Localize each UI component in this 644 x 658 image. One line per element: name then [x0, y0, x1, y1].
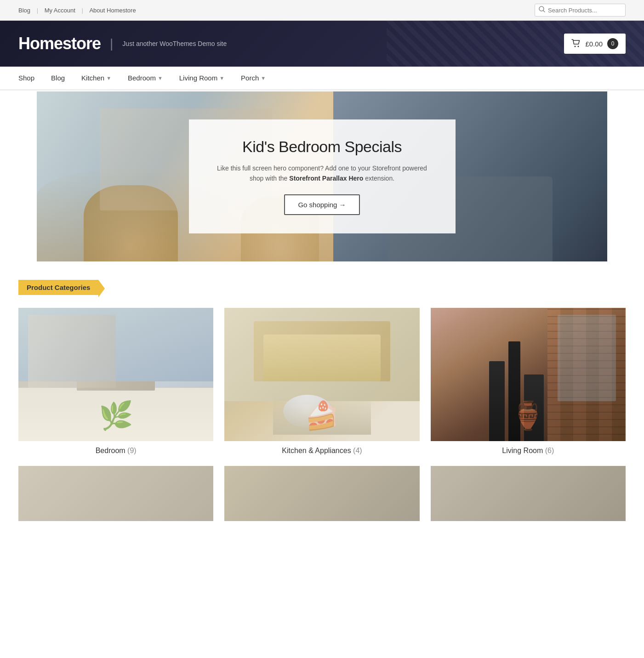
- product-categories-heading: Product Categories: [18, 280, 98, 295]
- nav-bedroom[interactable]: Bedroom ▼: [120, 67, 171, 89]
- category-image-partial-1: [18, 466, 213, 521]
- search-icon: [539, 6, 545, 14]
- section-heading: Product Categories: [18, 280, 98, 295]
- main-content: Product Categories Bedroom (9): [0, 261, 644, 530]
- separator-2: |: [80, 7, 85, 14]
- svg-point-3: [578, 45, 579, 47]
- search-input[interactable]: [548, 7, 621, 14]
- main-nav: Shop Blog Kitchen ▼ Bedroom ▼ Living Roo…: [18, 67, 626, 89]
- nav-blog[interactable]: Blog: [43, 67, 73, 89]
- hero-section: Kid's Bedroom Specials Like this full sc…: [37, 91, 607, 261]
- category-grid: Bedroom (9) Kitchen & Appliances (4): [18, 308, 626, 455]
- category-count-bedroom: (9): [127, 447, 137, 454]
- blog-link[interactable]: Blog: [18, 7, 35, 14]
- category-name-living: Living Room (6): [431, 447, 626, 455]
- site-header: Homestore | Just another WooThemes Demo …: [0, 21, 644, 67]
- category-image-partial-3: [431, 466, 626, 521]
- svg-point-2: [575, 45, 576, 47]
- category-card-kitchen[interactable]: Kitchen & Appliances (4): [224, 308, 419, 455]
- hero-title: Kid's Bedroom Specials: [217, 138, 428, 156]
- cart-price: £0.00: [585, 40, 603, 48]
- cart-button[interactable]: £0.00 0: [564, 34, 626, 54]
- category-count-living: (6): [545, 447, 554, 454]
- category-card-partial-2[interactable]: [224, 466, 419, 521]
- chevron-down-icon: ▼: [106, 75, 111, 81]
- category-card-living[interactable]: Living Room (6): [431, 308, 626, 455]
- category-image-bedroom: [18, 308, 213, 441]
- category-image-partial-2: [224, 466, 419, 521]
- nav-kitchen[interactable]: Kitchen ▼: [73, 67, 120, 89]
- nav-bar: Shop Blog Kitchen ▼ Bedroom ▼ Living Roo…: [0, 67, 644, 91]
- svg-line-1: [543, 11, 545, 12]
- go-shopping-button[interactable]: Go shopping →: [284, 194, 359, 215]
- nav-porch[interactable]: Porch ▼: [233, 67, 274, 89]
- category-card-bedroom[interactable]: Bedroom (9): [18, 308, 213, 455]
- category-image-living: [431, 308, 626, 441]
- hero-wrapper: Kid's Bedroom Specials Like this full sc…: [0, 91, 644, 261]
- category-name-kitchen: Kitchen & Appliances (4): [224, 447, 419, 455]
- separator-1: |: [35, 7, 40, 14]
- category-grid-partial: [18, 466, 626, 521]
- chevron-down-icon: ▼: [158, 75, 163, 81]
- search-box: [535, 4, 626, 17]
- hero-content: Kid's Bedroom Specials Like this full sc…: [189, 119, 456, 234]
- top-bar-links: Blog | My Account | About Homestore: [18, 7, 141, 14]
- logo-area: Homestore | Just another WooThemes Demo …: [18, 34, 227, 53]
- logo[interactable]: Homestore: [18, 34, 101, 53]
- site-tagline: Just another WooThemes Demo site: [122, 40, 227, 47]
- category-count-kitchen: (4): [353, 447, 362, 454]
- category-name-bedroom: Bedroom (9): [18, 447, 213, 455]
- logo-separator: |: [110, 36, 113, 51]
- category-image-kitchen: [224, 308, 419, 441]
- cart-count: 0: [607, 38, 618, 49]
- hero-description: Like this full screen hero component? Ad…: [217, 163, 428, 184]
- top-bar: Blog | My Account | About Homestore: [0, 0, 644, 21]
- nav-living-room[interactable]: Living Room ▼: [171, 67, 233, 89]
- chevron-down-icon: ▼: [219, 75, 224, 81]
- chevron-down-icon: ▼: [261, 75, 266, 81]
- my-account-link[interactable]: My Account: [40, 7, 80, 14]
- nav-shop[interactable]: Shop: [18, 67, 43, 89]
- category-card-partial-3[interactable]: [431, 466, 626, 521]
- cart-icon: [571, 39, 581, 49]
- category-card-partial-1[interactable]: [18, 466, 213, 521]
- about-link[interactable]: About Homestore: [85, 7, 140, 14]
